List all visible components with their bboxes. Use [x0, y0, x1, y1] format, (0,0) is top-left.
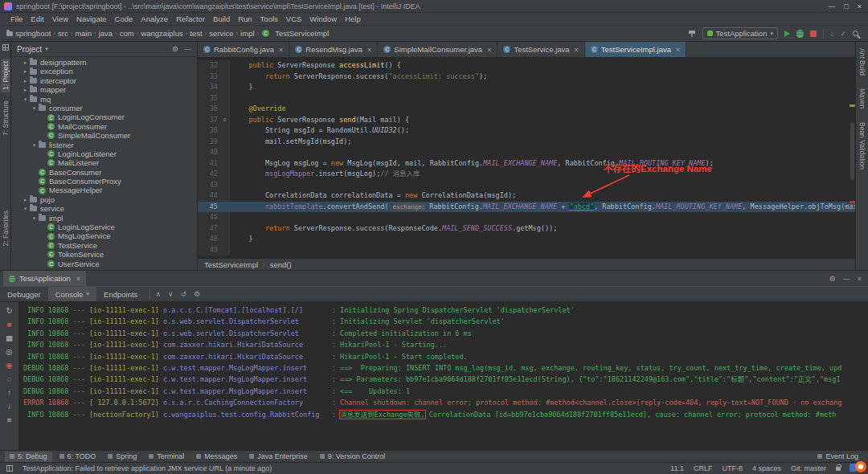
stop-icon[interactable]: ■: [7, 319, 12, 329]
code-line-33[interactable]: 33 return ServerResponse.success("access…: [198, 72, 855, 83]
editor-scrollbar[interactable]: [850, 58, 855, 258]
pin-tab-icon[interactable]: ◎: [6, 346, 12, 357]
code-line-37[interactable]: 37o public ServerResponse send(Mail mail…: [198, 115, 855, 126]
tree-toggle-icon[interactable]: ▾: [22, 204, 29, 213]
tree-item-interceptor[interactable]: ▸interceptor: [11, 76, 197, 85]
tree-item-mq[interactable]: ▾mq: [11, 95, 197, 104]
close-tab-icon[interactable]: ×: [279, 46, 283, 54]
stop-button[interactable]: [810, 31, 817, 37]
code-line-45[interactable]: 45 rabbitTemplate.convertAndSend( exchan…: [198, 202, 855, 213]
line-number[interactable]: 49: [198, 245, 220, 256]
tree-item-loginloglistener[interactable]: CLoginLogListener: [11, 149, 197, 158]
tool-stripe-favorites[interactable]: 2: Favorites: [2, 210, 10, 246]
code-line-43[interactable]: 43: [198, 180, 855, 191]
code-line-44[interactable]: 44 CorrelationData correlationData = new…: [198, 190, 855, 202]
restore-layout-icon[interactable]: ↺: [181, 290, 187, 298]
tree-item-messagehelper[interactable]: CMessageHelper: [11, 186, 197, 194]
line-number[interactable]: 44: [198, 190, 220, 202]
editor-tab-rabbitconfig-java[interactable]: CRabbitConfig.java×: [198, 42, 289, 57]
tree-item-simplemailconsumer[interactable]: CSimpleMailConsumer: [11, 131, 197, 140]
close-tab-icon[interactable]: ×: [487, 46, 491, 54]
menu-window[interactable]: Window: [305, 14, 341, 23]
menu-build[interactable]: Build: [209, 14, 234, 23]
line-number[interactable]: 33: [198, 72, 220, 83]
code-line-46[interactable]: 46: [198, 212, 855, 223]
status-4-spaces[interactable]: 4 spaces: [752, 464, 781, 472]
tool-window-button-terminal[interactable]: Terminal: [144, 452, 189, 462]
menu-code[interactable]: Code: [111, 14, 137, 23]
editor-tab-testserviceimpl-java[interactable]: CTestServiceImpl.java×: [585, 42, 686, 57]
breadcrumb-item-com[interactable]: com: [120, 29, 134, 38]
close-icon[interactable]: ×: [858, 275, 862, 283]
run-config-selector[interactable]: TestApplication ▾: [702, 27, 778, 39]
breadcrumb-item-main[interactable]: main: [75, 29, 92, 38]
menu-tools[interactable]: Tools: [256, 14, 282, 23]
close-button[interactable]: ×: [858, 2, 862, 10]
editor-tab-testservice-java[interactable]: CTestService.java×: [497, 42, 584, 57]
debug-button[interactable]: [796, 30, 804, 38]
minimize-button[interactable]: —: [828, 2, 835, 10]
menu-run[interactable]: Run: [234, 14, 256, 23]
rerun-icon[interactable]: ↻: [6, 305, 13, 316]
code-line-49[interactable]: 49: [198, 245, 855, 256]
editor-breadcrumb-testserviceimpl[interactable]: TestServiceImpl: [204, 260, 258, 269]
tree-item-mapper[interactable]: ▸mapper: [11, 85, 197, 94]
status-utf-8[interactable]: UTF-8: [722, 464, 743, 472]
debug-session-tab[interactable]: TestApplication ×: [3, 271, 86, 286]
tool-window-button-9-version-control[interactable]: 9: Version Control: [315, 452, 391, 462]
tree-item-loginlogservice[interactable]: CLoginLogService: [11, 223, 197, 231]
settings-icon[interactable]: ⚙: [829, 275, 836, 283]
status-11-1[interactable]: 11:1: [670, 464, 684, 472]
tool-window-button-messages[interactable]: Messages: [191, 452, 242, 462]
close-tab-icon[interactable]: ×: [367, 46, 371, 54]
tree-item-tokenservice[interactable]: CTokenService: [11, 250, 197, 259]
line-number[interactable]: 40: [198, 147, 220, 158]
menu-edit[interactable]: Edit: [27, 14, 47, 23]
git-commit-icon[interactable]: ✓: [840, 30, 846, 38]
breadcrumb-item-impl[interactable]: impl: [240, 29, 254, 38]
status-crlf[interactable]: CRLF: [694, 464, 713, 472]
code-editor[interactable]: 32 public ServerResponse accessLimit() {…: [198, 58, 855, 258]
tree-item-baseconsumer[interactable]: CBaseConsumer: [11, 168, 197, 177]
search-icon[interactable]: [853, 31, 858, 36]
run-button[interactable]: [784, 31, 790, 37]
tree-item-baseconsumerproxy[interactable]: CBaseConsumerProxy: [11, 177, 197, 186]
editor-tab-resendmsg-java[interactable]: CResendMsg.java×: [289, 42, 378, 57]
editor-breadcrumb-send[interactable]: send(): [270, 260, 292, 269]
code-line-32[interactable]: 32 public ServerResponse accessLimit() {: [198, 60, 855, 72]
tree-item-designpattern[interactable]: ▸designpattern: [11, 58, 197, 67]
mute-breakpoints-icon[interactable]: ◌: [7, 374, 12, 384]
build-hammer-icon[interactable]: [689, 30, 696, 37]
up-stack-icon[interactable]: ↑: [7, 387, 11, 398]
code-line-36[interactable]: 36 @Override: [198, 104, 855, 115]
menu-navigate[interactable]: Navigate: [72, 14, 111, 23]
tree-toggle-icon[interactable]: ▾: [31, 141, 38, 149]
tree-toggle-icon[interactable]: ▾: [31, 104, 38, 112]
code-line-39[interactable]: 39 mail.setMsgId(msgId);: [198, 137, 855, 148]
status-git-master[interactable]: Git: master: [791, 464, 826, 472]
line-number[interactable]: 37: [198, 115, 220, 126]
tool-window-button-5-debug[interactable]: 5: Debug: [5, 452, 52, 462]
maximize-button[interactable]: □: [844, 2, 848, 10]
debug-tab-console[interactable]: Console▾: [48, 287, 96, 301]
settings-icon[interactable]: ⚙: [172, 45, 178, 53]
tool-window-button-java-enterprise[interactable]: Java Enterprise: [244, 452, 313, 462]
menu-refactor[interactable]: Refactor: [172, 14, 209, 23]
tool-stripe-ant-build[interactable]: Ant Build: [858, 48, 866, 76]
console-output[interactable]: INFO 10868 --- [io-11111-exec-1] o.a.c.c…: [19, 302, 868, 450]
tool-window-button-6-todo[interactable]: 6: TODO: [55, 452, 101, 462]
code-line-47[interactable]: 47 return ServerResponse.success(Respons…: [198, 223, 855, 235]
close-tab-icon[interactable]: ×: [676, 46, 680, 54]
tool-stripe-bean-validation[interactable]: Bean Validation: [858, 122, 866, 170]
tree-item-userservice[interactable]: CUserService: [11, 259, 197, 268]
minimize-icon[interactable]: —: [843, 275, 850, 283]
code-line-35[interactable]: 35: [198, 93, 855, 104]
expand-all-icon[interactable]: ∨: [168, 290, 174, 298]
tool-stripe-structure[interactable]: 7: Structure: [2, 100, 10, 136]
menu-help[interactable]: Help: [341, 14, 365, 23]
menu-vcs[interactable]: VCS: [282, 14, 306, 23]
line-number[interactable]: 41: [198, 158, 220, 170]
tree-item-msglogservice[interactable]: CMsgLogService: [11, 231, 197, 240]
code-line-41[interactable]: 41 MsgLog msgLog = new MsgLog(msgId, mai…: [198, 158, 855, 170]
tree-toggle-icon[interactable]: ▸: [22, 58, 29, 67]
